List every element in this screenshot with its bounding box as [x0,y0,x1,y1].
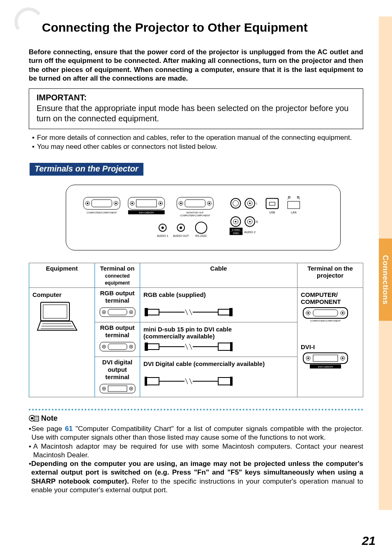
svg-text:S-VIDEO: S-VIDEO [232,229,240,231]
page-number: 21 [362,534,376,548]
cell-rgb-terminal-1: RGB output terminal [95,288,140,322]
vga-port-icon [99,341,136,352]
svg-point-95 [103,346,104,348]
section-tab-label: Connections [381,255,390,305]
svg-rect-44 [288,202,300,209]
svg-rect-113 [147,378,159,385]
svg-text:DVI-I (HDCP): DVI-I (HDCP) [139,211,154,214]
svg-rect-116 [230,377,233,386]
svg-text:AUDIO OUT: AUDIO OUT [173,235,189,238]
th-terminal-on-projector: Terminal on theprojector [297,263,363,288]
cell-dsub-dvi-cable: mini D-sub 15 pin to DVI cable (commerci… [140,322,297,357]
svg-rect-69 [108,309,127,315]
svg-line-76 [185,309,188,315]
svg-marker-60 [37,321,77,330]
cell-rgb-terminal-2: RGB output terminal [95,322,140,357]
important-heading: IMPORTANT: [37,93,355,102]
svg-text:AUDIO 1: AUDIO 1 [157,235,168,238]
svg-point-17 [180,203,182,204]
svg-rect-47 [288,197,290,198]
rgb-cable-icon [143,305,234,319]
svg-rect-98 [108,344,127,350]
svg-point-89 [342,357,344,359]
svg-rect-42 [269,202,275,206]
svg-rect-101 [218,343,231,350]
svg-text:AUDIO 2: AUDIO 2 [244,231,256,234]
intro-paragraph: Before connecting, ensure that the power… [29,48,363,83]
svg-rect-99 [148,344,159,350]
th-cable: Cable [140,263,297,288]
svg-point-82 [342,312,344,314]
important-callout: IMPORTANT: Ensure that the appropriate i… [29,88,363,129]
dvi-cable-icon [143,374,234,388]
section-heading: Terminals on the Projector [30,163,143,176]
svg-point-56 [196,222,207,234]
svg-point-122 [31,417,33,419]
note-item: Depending on the computer you are using,… [31,459,363,494]
svg-rect-73 [229,308,233,316]
svg-text:R: R [256,220,258,223]
svg-text:L: L [256,202,258,205]
vga-port-icon: COMPUTER/COMPONENT [301,305,350,322]
svg-rect-114 [145,377,147,386]
cell-rgb-cable: RGB cable (supplied) [140,288,297,322]
vga-port-icon [99,307,136,317]
svg-point-80 [307,312,309,314]
svg-point-97 [130,346,131,348]
dvi-port-icon [99,383,136,394]
svg-point-2 [87,203,88,204]
svg-line-119 [185,378,188,384]
laptop-icon [32,298,82,335]
svg-rect-48 [297,197,299,198]
svg-rect-102 [230,342,233,351]
section-tab: Connections [379,239,392,321]
svg-text:DVI-I (HDCP): DVI-I (HDCP) [318,366,333,368]
decorative-corner-icon [14,7,43,36]
dvi-port-icon: DVI-I (HDCP) [301,350,350,368]
bullet-item: For more details of connection and cable… [37,133,352,142]
th-terminal-on-equipment: Terminal onconnected equipment [95,263,140,288]
svg-rect-90 [313,355,338,361]
note-section: Note •See page 61 "Computer Compatibilit… [29,409,363,494]
svg-text:VIDEO: VIDEO [233,233,239,235]
svg-rect-83 [313,310,338,316]
svg-line-77 [189,309,192,315]
svg-rect-112 [108,386,127,392]
svg-rect-5 [92,200,112,207]
cell-projector-terminals: COMPUTER/ COMPONENT COMPUTER/COMPONENT D… [297,288,363,397]
svg-point-27 [249,203,251,204]
connection-table: Equipment Terminal onconnected equipment… [29,263,363,397]
svg-point-19 [208,203,210,204]
important-body: Ensure that the appropriate input mode h… [37,103,355,124]
svg-rect-72 [218,309,230,315]
note-item: A Macintosh adaptor may be required for … [33,442,363,460]
svg-rect-20 [185,200,205,207]
svg-line-106 [189,344,192,350]
svg-text:RS-232C: RS-232C [195,235,207,238]
terminals-diagram: COMPUTER/COMPONENT DVI-I (HDCP) MONITOR … [66,185,341,250]
svg-point-31 [235,221,237,222]
dsub-dvi-cable-icon [143,340,234,354]
svg-point-111 [130,388,131,389]
svg-point-109 [103,388,104,389]
svg-point-11 [160,203,161,204]
svg-text:USB: USB [269,211,275,214]
note-icon [29,414,39,423]
svg-point-34 [249,221,251,222]
svg-text:COMPUTER/COMPONENT: COMPUTER/COMPONENT [180,214,210,217]
page-title: Connecting the Projector to Other Equipm… [42,21,363,35]
bullet-list: •For more details of connection and cabl… [29,133,363,151]
svg-rect-70 [148,309,159,315]
svg-text:MONITOR OUT: MONITOR OUT [187,211,204,214]
cell-dvi-terminal: DVI digital output terminal [95,357,140,397]
cell-equipment: Computer [29,288,95,397]
svg-point-68 [130,312,131,313]
terminals-svg: COMPUTER/COMPONENT DVI-I (HDCP) MONITOR … [66,185,340,250]
svg-line-105 [185,344,188,350]
th-equipment: Equipment [29,263,95,288]
svg-rect-59 [43,305,67,318]
svg-point-87 [307,357,309,359]
note-heading: Note [41,414,58,423]
svg-line-120 [189,378,192,384]
cell-dvi-cable: DVI Digital cable (commercially availabl… [140,357,297,397]
